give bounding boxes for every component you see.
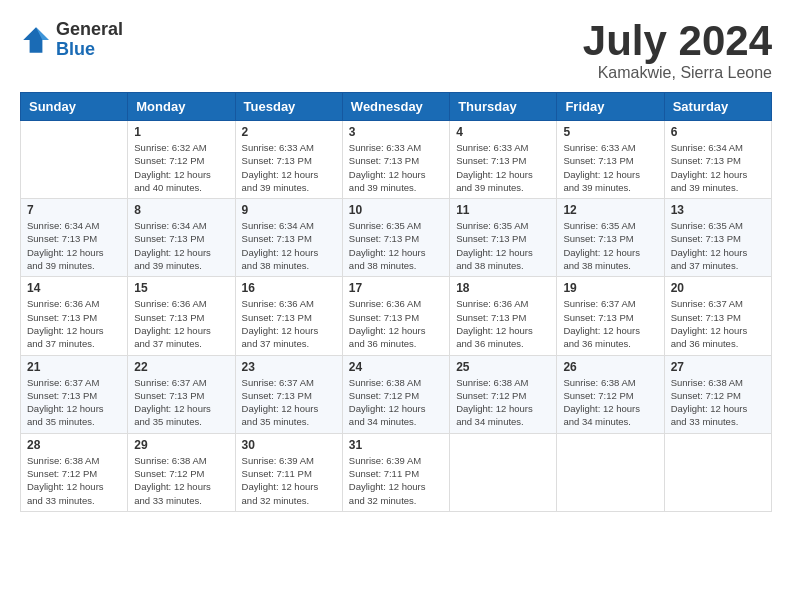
day-of-week-header: Monday [128,93,235,121]
calendar-header: SundayMondayTuesdayWednesdayThursdayFrid… [21,93,772,121]
day-info: Sunrise: 6:32 AM Sunset: 7:12 PM Dayligh… [134,141,228,194]
calendar-cell: 27Sunrise: 6:38 AM Sunset: 7:12 PM Dayli… [664,355,771,433]
calendar-cell: 9Sunrise: 6:34 AM Sunset: 7:13 PM Daylig… [235,199,342,277]
page-header: General Blue July 2024 Kamakwie, Sierra … [20,20,772,82]
calendar-cell: 23Sunrise: 6:37 AM Sunset: 7:13 PM Dayli… [235,355,342,433]
calendar-cell: 12Sunrise: 6:35 AM Sunset: 7:13 PM Dayli… [557,199,664,277]
day-number: 21 [27,360,121,374]
day-number: 7 [27,203,121,217]
calendar-cell: 30Sunrise: 6:39 AM Sunset: 7:11 PM Dayli… [235,433,342,511]
day-info: Sunrise: 6:34 AM Sunset: 7:13 PM Dayligh… [242,219,336,272]
day-number: 5 [563,125,657,139]
calendar-cell: 4Sunrise: 6:33 AM Sunset: 7:13 PM Daylig… [450,121,557,199]
day-info: Sunrise: 6:35 AM Sunset: 7:13 PM Dayligh… [456,219,550,272]
day-info: Sunrise: 6:33 AM Sunset: 7:13 PM Dayligh… [456,141,550,194]
calendar-body: 1Sunrise: 6:32 AM Sunset: 7:12 PM Daylig… [21,121,772,512]
day-number: 10 [349,203,443,217]
calendar-cell: 29Sunrise: 6:38 AM Sunset: 7:12 PM Dayli… [128,433,235,511]
calendar-cell: 1Sunrise: 6:32 AM Sunset: 7:12 PM Daylig… [128,121,235,199]
logo-text: General Blue [56,20,123,60]
calendar-cell: 20Sunrise: 6:37 AM Sunset: 7:13 PM Dayli… [664,277,771,355]
day-number: 13 [671,203,765,217]
day-info: Sunrise: 6:38 AM Sunset: 7:12 PM Dayligh… [456,376,550,429]
day-of-week-header: Thursday [450,93,557,121]
day-number: 11 [456,203,550,217]
day-number: 16 [242,281,336,295]
calendar-week-row: 7Sunrise: 6:34 AM Sunset: 7:13 PM Daylig… [21,199,772,277]
calendar-cell: 15Sunrise: 6:36 AM Sunset: 7:13 PM Dayli… [128,277,235,355]
day-info: Sunrise: 6:34 AM Sunset: 7:13 PM Dayligh… [671,141,765,194]
day-number: 3 [349,125,443,139]
calendar-cell [21,121,128,199]
day-info: Sunrise: 6:35 AM Sunset: 7:13 PM Dayligh… [563,219,657,272]
day-number: 2 [242,125,336,139]
month-title: July 2024 [583,20,772,62]
day-info: Sunrise: 6:36 AM Sunset: 7:13 PM Dayligh… [27,297,121,350]
day-number: 12 [563,203,657,217]
day-info: Sunrise: 6:36 AM Sunset: 7:13 PM Dayligh… [349,297,443,350]
calendar-cell: 31Sunrise: 6:39 AM Sunset: 7:11 PM Dayli… [342,433,449,511]
calendar-cell: 16Sunrise: 6:36 AM Sunset: 7:13 PM Dayli… [235,277,342,355]
day-info: Sunrise: 6:38 AM Sunset: 7:12 PM Dayligh… [349,376,443,429]
day-number: 30 [242,438,336,452]
calendar-week-row: 1Sunrise: 6:32 AM Sunset: 7:12 PM Daylig… [21,121,772,199]
calendar-cell [664,433,771,511]
calendar-cell: 19Sunrise: 6:37 AM Sunset: 7:13 PM Dayli… [557,277,664,355]
day-number: 1 [134,125,228,139]
calendar-cell: 8Sunrise: 6:34 AM Sunset: 7:13 PM Daylig… [128,199,235,277]
day-info: Sunrise: 6:38 AM Sunset: 7:12 PM Dayligh… [671,376,765,429]
day-info: Sunrise: 6:36 AM Sunset: 7:13 PM Dayligh… [242,297,336,350]
calendar-cell [557,433,664,511]
calendar-cell: 26Sunrise: 6:38 AM Sunset: 7:12 PM Dayli… [557,355,664,433]
logo-icon [20,24,52,56]
day-info: Sunrise: 6:34 AM Sunset: 7:13 PM Dayligh… [27,219,121,272]
calendar-cell: 18Sunrise: 6:36 AM Sunset: 7:13 PM Dayli… [450,277,557,355]
calendar-cell: 24Sunrise: 6:38 AM Sunset: 7:12 PM Dayli… [342,355,449,433]
day-number: 27 [671,360,765,374]
calendar-week-row: 28Sunrise: 6:38 AM Sunset: 7:12 PM Dayli… [21,433,772,511]
day-info: Sunrise: 6:33 AM Sunset: 7:13 PM Dayligh… [563,141,657,194]
calendar-cell: 22Sunrise: 6:37 AM Sunset: 7:13 PM Dayli… [128,355,235,433]
day-of-week-header: Friday [557,93,664,121]
day-number: 23 [242,360,336,374]
day-number: 26 [563,360,657,374]
title-area: July 2024 Kamakwie, Sierra Leone [583,20,772,82]
day-number: 9 [242,203,336,217]
day-info: Sunrise: 6:33 AM Sunset: 7:13 PM Dayligh… [242,141,336,194]
calendar-cell: 14Sunrise: 6:36 AM Sunset: 7:13 PM Dayli… [21,277,128,355]
day-info: Sunrise: 6:37 AM Sunset: 7:13 PM Dayligh… [563,297,657,350]
day-number: 14 [27,281,121,295]
day-number: 17 [349,281,443,295]
calendar-cell: 21Sunrise: 6:37 AM Sunset: 7:13 PM Dayli… [21,355,128,433]
day-info: Sunrise: 6:39 AM Sunset: 7:11 PM Dayligh… [242,454,336,507]
day-number: 29 [134,438,228,452]
day-number: 15 [134,281,228,295]
day-info: Sunrise: 6:37 AM Sunset: 7:13 PM Dayligh… [134,376,228,429]
calendar-cell: 17Sunrise: 6:36 AM Sunset: 7:13 PM Dayli… [342,277,449,355]
calendar-cell: 5Sunrise: 6:33 AM Sunset: 7:13 PM Daylig… [557,121,664,199]
day-info: Sunrise: 6:38 AM Sunset: 7:12 PM Dayligh… [563,376,657,429]
calendar-cell: 25Sunrise: 6:38 AM Sunset: 7:12 PM Dayli… [450,355,557,433]
day-number: 8 [134,203,228,217]
day-number: 18 [456,281,550,295]
day-of-week-header: Tuesday [235,93,342,121]
day-info: Sunrise: 6:37 AM Sunset: 7:13 PM Dayligh… [242,376,336,429]
day-info: Sunrise: 6:36 AM Sunset: 7:13 PM Dayligh… [456,297,550,350]
calendar-week-row: 14Sunrise: 6:36 AM Sunset: 7:13 PM Dayli… [21,277,772,355]
logo: General Blue [20,20,123,60]
calendar-cell: 10Sunrise: 6:35 AM Sunset: 7:13 PM Dayli… [342,199,449,277]
day-number: 20 [671,281,765,295]
calendar-cell: 28Sunrise: 6:38 AM Sunset: 7:12 PM Dayli… [21,433,128,511]
day-number: 6 [671,125,765,139]
calendar-cell: 7Sunrise: 6:34 AM Sunset: 7:13 PM Daylig… [21,199,128,277]
calendar-table: SundayMondayTuesdayWednesdayThursdayFrid… [20,92,772,512]
day-number: 31 [349,438,443,452]
day-number: 4 [456,125,550,139]
days-of-week-row: SundayMondayTuesdayWednesdayThursdayFrid… [21,93,772,121]
calendar-cell: 3Sunrise: 6:33 AM Sunset: 7:13 PM Daylig… [342,121,449,199]
calendar-cell: 13Sunrise: 6:35 AM Sunset: 7:13 PM Dayli… [664,199,771,277]
day-number: 24 [349,360,443,374]
day-number: 28 [27,438,121,452]
day-info: Sunrise: 6:37 AM Sunset: 7:13 PM Dayligh… [671,297,765,350]
calendar-cell [450,433,557,511]
